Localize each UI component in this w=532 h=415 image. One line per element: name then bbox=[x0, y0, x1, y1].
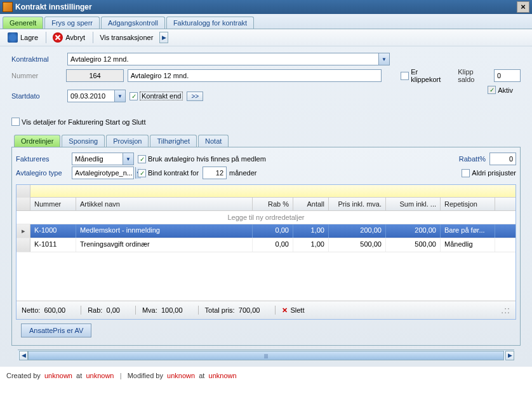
tab-adgangskontroll[interactable]: Adgangskontroll bbox=[101, 17, 165, 29]
close-button[interactable]: × bbox=[517, 1, 529, 13]
tab-ordrelinjer[interactable]: Ordrelinjer bbox=[14, 135, 60, 147]
vis-transaksjoner-label: Vis transaksjoner bbox=[100, 34, 153, 41]
cell-sum: 500,00 bbox=[386, 238, 441, 252]
table-row[interactable]: K-1011 Treningsavgift ordinær 0,00 1,00 … bbox=[17, 238, 515, 252]
er-klippekort-label: Er klippekort bbox=[411, 68, 449, 83]
klipp-saldo-label: Klipp saldo bbox=[458, 68, 491, 83]
tab-generelt[interactable]: Generelt bbox=[3, 17, 43, 29]
save-label: Lagre bbox=[20, 34, 38, 41]
kontrakt-end-checkbox[interactable]: Kontrakt end bbox=[130, 92, 183, 100]
chevron-down-icon[interactable]: ▼ bbox=[378, 53, 389, 65]
netto-label: Netto: 600,00 bbox=[22, 306, 65, 314]
ordrelinjer-grid: Nummer Artikkel navn Rab % Antall Pris i… bbox=[16, 184, 516, 320]
toolbar-separator bbox=[46, 32, 46, 43]
bind-kontrakt-checkbox[interactable]: Bind kontrakt for bbox=[138, 169, 199, 177]
faktureres-combo[interactable]: Månedlig ▼ bbox=[72, 153, 134, 165]
maneder-label: måneder bbox=[229, 169, 256, 177]
checkbox-icon bbox=[11, 118, 20, 126]
scroll-track[interactable]: ||| bbox=[28, 351, 504, 360]
toolbar-arrow[interactable]: ▶ bbox=[159, 32, 168, 43]
bind-months-input[interactable] bbox=[203, 167, 227, 179]
er-klippekort-checkbox[interactable]: Er klippekort bbox=[401, 68, 449, 83]
cell-nummer: K-1000 bbox=[30, 224, 76, 238]
horizontal-scrollbar[interactable]: ◀ ||| ▶ bbox=[18, 350, 514, 360]
row-selector-icon[interactable]: ▸ bbox=[17, 224, 30, 238]
slett-button[interactable]: ✕Slett bbox=[282, 306, 304, 315]
vis-detaljer-label: Vis detaljer for Fakturering Start og Sl… bbox=[22, 118, 145, 126]
scroll-right-icon[interactable]: ▶ bbox=[505, 351, 514, 360]
kontrakt-end-label: Kontrakt end bbox=[140, 92, 183, 100]
cell-antall: 1,00 bbox=[293, 238, 329, 252]
table-row[interactable]: ▸ K-1000 Medlemskort - innmelding 0,00 1… bbox=[17, 224, 515, 238]
tab-fakturalogg[interactable]: Fakturalogg for kontrakt bbox=[166, 17, 254, 29]
footer-sep: | bbox=[120, 372, 122, 379]
startdato-combo[interactable]: 09.03.2010 ▼ bbox=[67, 90, 126, 102]
chevron-down-icon[interactable]: ▼ bbox=[114, 90, 125, 102]
grid-body: ▸ K-1000 Medlemskort - innmelding 0,00 1… bbox=[17, 224, 515, 301]
tab-frys-og-sperr[interactable]: Frys og sperr bbox=[44, 17, 100, 29]
nummer-label: Nummer bbox=[11, 72, 66, 79]
kontraktmal-combo[interactable]: Avtalegiro 12 mnd. ▼ bbox=[67, 53, 390, 65]
tab-sponsing[interactable]: Sponsing bbox=[62, 135, 105, 147]
cell-antall: 1,00 bbox=[293, 224, 329, 238]
checkbox-icon bbox=[138, 155, 146, 163]
col-antall[interactable]: Antall bbox=[293, 198, 329, 210]
col-rab[interactable]: Rab % bbox=[253, 198, 293, 210]
grid-header-handle bbox=[17, 198, 30, 210]
faktureres-label: Faktureres bbox=[16, 155, 72, 163]
resize-grip-icon[interactable]: .:: bbox=[501, 305, 510, 315]
modified-at-value: unknown bbox=[209, 372, 237, 379]
separator bbox=[135, 306, 136, 315]
aldri-prisjuster-label: Aldri prisjuster bbox=[472, 169, 516, 177]
tab-provisjon[interactable]: Provisjon bbox=[106, 135, 149, 147]
vis-detaljer-checkbox[interactable]: Vis detaljer for Fakturering Start og Sl… bbox=[11, 118, 145, 126]
created-by-label: Created by bbox=[6, 372, 41, 379]
checkbox-icon bbox=[462, 169, 470, 177]
col-repetisjon[interactable]: Repetisjon bbox=[441, 198, 495, 210]
checkbox-icon bbox=[130, 92, 138, 100]
checkbox-icon bbox=[488, 86, 496, 94]
at-label: at bbox=[199, 372, 204, 379]
aldri-prisjuster-checkbox[interactable]: Aldri prisjuster bbox=[462, 169, 516, 177]
chevron-down-icon[interactable]: ▼ bbox=[123, 153, 133, 165]
scroll-thumb[interactable]: ||| bbox=[28, 351, 504, 360]
separator bbox=[81, 306, 81, 315]
aktiv-checkbox[interactable]: Aktiv bbox=[488, 86, 513, 94]
toolbar-separator bbox=[93, 32, 93, 43]
separator bbox=[198, 306, 199, 315]
ansattepris-button[interactable]: AnsattePris er AV bbox=[21, 323, 91, 337]
tab-tilhorighet[interactable]: Tilhørighet bbox=[150, 135, 197, 147]
cancel-button[interactable]: Avbryt bbox=[49, 31, 89, 44]
created-at-value: unknown bbox=[86, 372, 114, 379]
col-sum[interactable]: Sum inkl. ... bbox=[386, 198, 441, 210]
klipp-saldo-input[interactable] bbox=[494, 69, 521, 82]
scroll-left-icon[interactable]: ◀ bbox=[19, 351, 28, 360]
row-selector-icon[interactable] bbox=[17, 238, 30, 252]
footer: Created by unknown at unknown | Modified… bbox=[0, 367, 532, 383]
save-button[interactable]: Lagre bbox=[4, 31, 42, 44]
cell-rep: Månedlig bbox=[441, 238, 495, 252]
checkbox-icon bbox=[138, 169, 146, 177]
col-pris[interactable]: Pris inkl. mva. bbox=[329, 198, 386, 210]
navn-input[interactable] bbox=[128, 69, 382, 82]
grid-filter-row[interactable] bbox=[30, 185, 515, 198]
checkbox-icon bbox=[401, 72, 409, 80]
bind-kontrakt-label: Bind kontrakt for bbox=[148, 169, 199, 177]
col-artikkelnavn[interactable]: Artikkel navn bbox=[76, 198, 253, 210]
grid-corner bbox=[17, 185, 30, 198]
cell-navn: Medlemskort - innmelding bbox=[76, 224, 253, 238]
tab-notat[interactable]: Notat bbox=[198, 135, 229, 147]
title-bar: Kontrakt innstillinger × bbox=[0, 0, 532, 14]
ordrelinjer-panel: Faktureres Månedlig ▼ Bruk avtalegiro hv… bbox=[11, 147, 521, 346]
grid-new-row[interactable]: Legge til ny ordredetaljer bbox=[17, 211, 515, 224]
col-nummer[interactable]: Nummer bbox=[30, 198, 76, 210]
main-tabs: Generelt Frys og sperr Adgangskontroll F… bbox=[0, 14, 532, 29]
avtalegirotype-combo[interactable]: Avtalegirotype_n... ▼ bbox=[72, 167, 134, 179]
double-arrow-button[interactable]: >> bbox=[187, 92, 203, 101]
separator bbox=[275, 306, 276, 315]
rabatt-input[interactable] bbox=[489, 153, 516, 165]
sub-tabs: Ordrelinjer Sponsing Provisjon Tilhørigh… bbox=[11, 132, 521, 147]
modified-by-user: unknown bbox=[167, 372, 195, 379]
vis-transaksjoner-button[interactable]: Vis transaksjoner bbox=[96, 32, 157, 43]
bruk-avtalegiro-checkbox[interactable]: Bruk avtalegiro hvis finnes på medlem bbox=[138, 155, 266, 163]
